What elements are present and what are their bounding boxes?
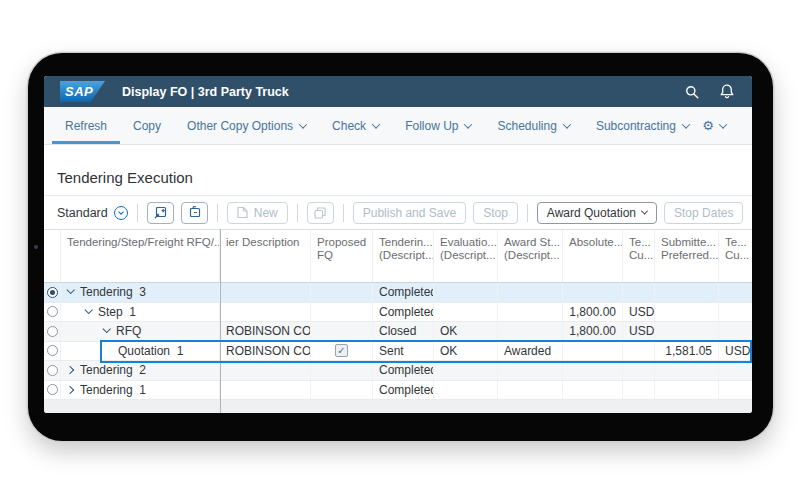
chevron-down-icon [372, 120, 380, 128]
submitted-cell: 1,581.05 [655, 342, 719, 361]
menu-item-other-copy-options[interactable]: Other Copy Options [174, 107, 319, 144]
tree-cell: Step 1 [61, 303, 220, 322]
tree-cell: Tendering 3 [61, 283, 220, 302]
header-tendering-status[interactable]: Tenderin...(Descript... [373, 230, 434, 282]
settings-menu[interactable]: ⚙ [702, 107, 726, 144]
publish-and-save-label: Publish and Save [363, 206, 456, 220]
award-status-cell [498, 322, 563, 341]
tree-cell: Quotation 1 [61, 342, 220, 361]
radio-selected[interactable] [47, 287, 58, 298]
header-award-status[interactable]: Award St...(Descript... [498, 230, 563, 282]
radio-unselected[interactable] [47, 384, 58, 395]
tree-node-label: Tendering 3 [80, 285, 146, 299]
currency2-cell [719, 322, 752, 341]
header-tendering-step-freight-rfq[interactable]: Tendering/Step/Freight RFQ/... [61, 230, 220, 282]
menu-item-copy[interactable]: Copy [120, 107, 174, 144]
award-quotation-label: Award Quotation [547, 206, 636, 220]
award-quotation-button[interactable]: Award Quotation [537, 202, 657, 224]
header-submitted-preferred[interactable]: Submitte...Preferred... [655, 230, 719, 282]
row-select-cell [44, 342, 61, 361]
absolute-cell [563, 381, 623, 400]
chevron-down-icon[interactable] [84, 305, 92, 313]
view-select-standard[interactable]: Standard [57, 206, 128, 220]
menu-item-subcontracting[interactable]: Subcontracting [583, 107, 702, 144]
menu-item-check[interactable]: Check [319, 107, 392, 144]
toolbar-separator [217, 204, 218, 222]
collapse-all-icon [188, 206, 201, 219]
table-row-quotation-1[interactable]: Quotation 1 ROBINSON COM... ✓ Sent OK Aw… [44, 342, 752, 362]
chevron-right-icon[interactable] [66, 366, 74, 374]
table-row-tendering-3[interactable]: Tendering 3 Completed [44, 283, 752, 303]
menu-item-refresh[interactable]: Refresh [52, 107, 120, 144]
award-status-cell [498, 361, 563, 380]
menu-label: Scheduling [497, 119, 556, 133]
table-row-tendering-2[interactable]: Tendering 2 Completed [44, 361, 752, 381]
radio-unselected[interactable] [47, 345, 58, 356]
tree-node-label: Tendering 2 [80, 363, 146, 377]
stop-dates-button[interactable]: Stop Dates [664, 202, 743, 224]
proposed-fq-cell [311, 303, 373, 322]
header-currency-2[interactable]: Te...Cu... [719, 230, 752, 282]
menu-item-follow-up[interactable]: Follow Up [392, 107, 484, 144]
header-evaluation[interactable]: Evaluatio...(Descript... [434, 230, 498, 282]
menu-label: Other Copy Options [187, 119, 293, 133]
header-currency-1[interactable]: Te...Cu... [623, 230, 655, 282]
shell-actions [685, 84, 734, 99]
chevron-down-icon [299, 120, 307, 128]
publish-and-save-button[interactable]: Publish and Save [353, 202, 466, 224]
radio-unselected[interactable] [47, 365, 58, 376]
tree-node-label: Tendering 1 [80, 383, 146, 397]
menu-label: Subcontracting [596, 119, 676, 133]
column-divider [220, 229, 221, 413]
currency2-cell [719, 283, 752, 302]
header-carrier-description[interactable]: ier Description [220, 230, 311, 282]
collapse-all-button[interactable] [181, 202, 208, 224]
checkbox-checked[interactable]: ✓ [335, 344, 348, 357]
copy-row-button[interactable] [307, 202, 334, 224]
tree-cell: Tendering 1 [61, 381, 220, 400]
currency2-cell [719, 303, 752, 322]
table-empty-area [44, 400, 752, 413]
gear-icon: ⚙ [702, 119, 714, 132]
bell-icon[interactable] [720, 84, 734, 99]
shell-bar: SAP Display FO | 3rd Party Truck [44, 76, 752, 107]
chevron-down-icon [719, 120, 727, 128]
copy-icon [314, 207, 326, 219]
table-row-tendering-1[interactable]: Tendering 1 Completed [44, 381, 752, 401]
proposed-fq-cell [311, 381, 373, 400]
header-proposed-fq[interactable]: ProposedFQ [311, 230, 373, 282]
toolbar-separator [297, 204, 298, 222]
currency2-cell [719, 381, 752, 400]
absolute-cell: 1,800.00 [563, 303, 623, 322]
menu-label: Check [332, 119, 366, 133]
row-select-cell [44, 381, 61, 400]
sap-logo[interactable]: SAP [60, 81, 105, 102]
table-row-rfq[interactable]: RFQ ROBINSON COM... Closed OK 1,800.00 U… [44, 322, 752, 342]
tendering-status-cell: Completed [373, 283, 434, 302]
tablet-frame: SAP Display FO | 3rd Party Truck [28, 53, 773, 441]
award-status-cell [498, 381, 563, 400]
chevron-down-icon[interactable] [66, 286, 74, 294]
chevron-right-icon[interactable] [66, 386, 74, 394]
app-title: Display FO | 3rd Party Truck [122, 85, 289, 99]
table-body: Tendering 3 Completed [44, 283, 752, 400]
stop-dates-label: Stop Dates [674, 206, 733, 220]
page-background: SAP Display FO | 3rd Party Truck [0, 0, 800, 500]
tree-node-label: Step 1 [98, 305, 136, 319]
tendering-table: Tendering/Step/Freight RFQ/... ier Descr… [44, 229, 752, 413]
radio-unselected[interactable] [47, 326, 58, 337]
menu-label: Copy [133, 119, 161, 133]
stop-button[interactable]: Stop [473, 202, 518, 224]
new-button[interactable]: New [227, 202, 288, 224]
expand-all-button[interactable] [147, 202, 174, 224]
table-row-step-1[interactable]: Step 1 Completed 1,800.00 USD [44, 303, 752, 323]
header-absolute[interactable]: Absolute... [563, 230, 623, 282]
tree-cell: RFQ [61, 322, 220, 341]
expand-all-icon [154, 206, 167, 219]
chevron-down-icon[interactable] [102, 325, 110, 333]
radio-unselected[interactable] [47, 306, 58, 317]
search-icon[interactable] [685, 85, 699, 99]
menu-item-scheduling[interactable]: Scheduling [484, 107, 582, 144]
award-status-cell: Awarded [498, 342, 563, 361]
chevron-down-icon [682, 120, 690, 128]
